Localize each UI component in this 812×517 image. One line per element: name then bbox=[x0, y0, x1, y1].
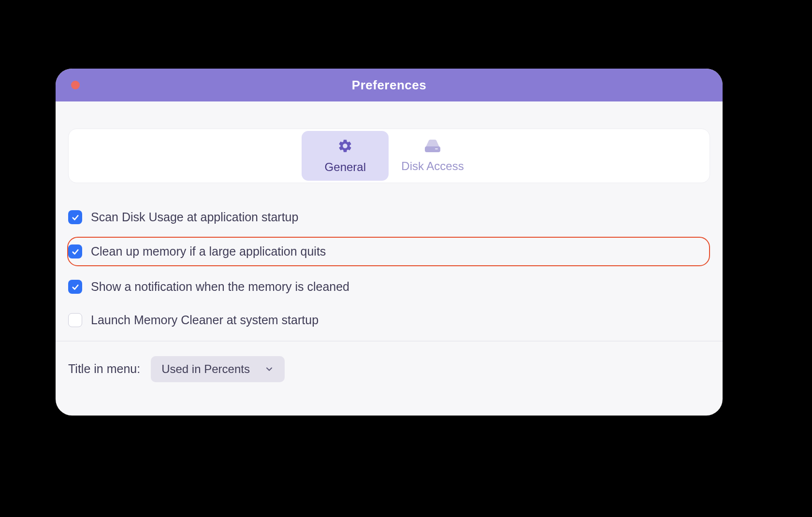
option-launch-at-startup: Launch Memory Cleaner at system startup bbox=[68, 307, 710, 333]
tab-disk-access[interactable]: Disk Access bbox=[389, 132, 476, 180]
title-in-menu-dropdown[interactable]: Used in Percents bbox=[151, 356, 285, 382]
option-label: Scan Disk Usage at application startup bbox=[91, 210, 298, 224]
checkbox-scan-disk-usage[interactable] bbox=[68, 210, 82, 224]
tab-general[interactable]: General bbox=[302, 131, 389, 181]
option-show-notification: Show a notification when the memory is c… bbox=[68, 274, 710, 300]
content-area: General Disk Access Scan Disk Usage a bbox=[56, 129, 723, 397]
disk-icon bbox=[423, 139, 442, 155]
dropdown-label: Title in menu: bbox=[68, 362, 140, 376]
svg-rect-1 bbox=[435, 148, 438, 149]
tab-label: Disk Access bbox=[401, 159, 464, 173]
option-scan-disk-usage: Scan Disk Usage at application startup bbox=[68, 204, 710, 230]
tab-label: General bbox=[325, 160, 366, 174]
options-list: Scan Disk Usage at application startup C… bbox=[56, 183, 723, 333]
close-window-button[interactable] bbox=[71, 81, 80, 89]
svg-rect-0 bbox=[425, 146, 440, 152]
preferences-window: Preferences General bbox=[56, 69, 723, 416]
checkbox-clean-memory-on-quit[interactable] bbox=[68, 244, 82, 258]
dropdown-value: Used in Percents bbox=[161, 362, 250, 376]
gear-icon bbox=[337, 138, 353, 156]
checkbox-show-notification[interactable] bbox=[68, 280, 82, 294]
title-in-menu-row: Title in menu: Used in Percents bbox=[56, 342, 723, 397]
tab-bar: General Disk Access bbox=[68, 129, 710, 183]
option-label: Launch Memory Cleaner at system startup bbox=[91, 313, 319, 327]
option-label: Show a notification when the memory is c… bbox=[91, 280, 349, 294]
checkbox-launch-at-startup[interactable] bbox=[68, 313, 82, 327]
option-clean-memory-on-quit: Clean up memory if a large application q… bbox=[67, 237, 710, 266]
titlebar: Preferences bbox=[56, 69, 723, 101]
window-title: Preferences bbox=[352, 78, 426, 93]
option-label: Clean up memory if a large application q… bbox=[91, 244, 326, 258]
chevron-down-icon bbox=[264, 364, 274, 374]
